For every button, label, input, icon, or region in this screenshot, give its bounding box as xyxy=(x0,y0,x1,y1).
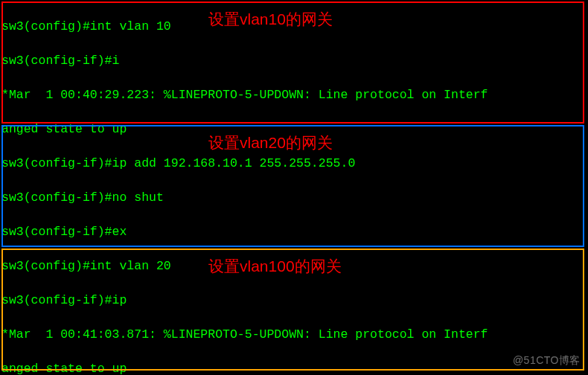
annotation-vlan20: 设置vlan20的网关 xyxy=(208,134,333,151)
terminal-output: sw3(config)#int vlan 10 sw3(config-if)#i… xyxy=(1,1,488,375)
cli-line: sw3(config-if)#ex xyxy=(1,223,488,240)
cli-line: sw3(config-if)#ip xyxy=(1,292,488,309)
annotation-vlan10: 设置vlan10的网关 xyxy=(208,10,333,28)
cli-line: *Mar 1 00:41:03.871: %LINEPROTO-5-UPDOWN… xyxy=(1,326,488,343)
cli-line: sw3(config-if)#ip add 192.168.10.1 255.2… xyxy=(1,155,488,172)
cli-line: sw3(config-if)#no shut xyxy=(1,189,488,206)
cli-line: anged state to up xyxy=(1,360,488,375)
annotation-vlan100: 设置vlan100的网关 xyxy=(208,257,342,275)
cli-line: *Mar 1 00:40:29.223: %LINEPROTO-5-UPDOWN… xyxy=(1,86,488,103)
cli-line: sw3(config-if)#i xyxy=(1,52,488,69)
watermark: @51CTO博客 xyxy=(513,352,581,369)
